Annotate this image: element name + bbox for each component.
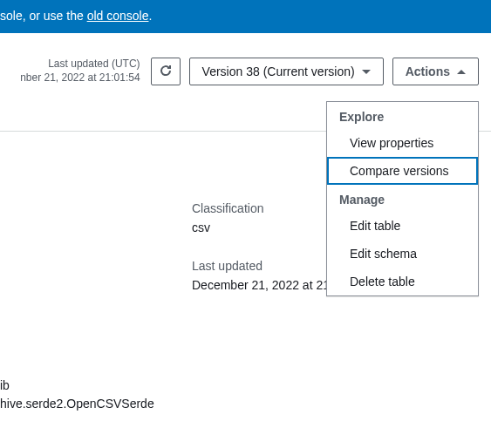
dropdown-item-edit-table[interactable]: Edit table — [327, 212, 478, 240]
actions-button-label: Actions — [406, 64, 450, 78]
notification-banner: sole, or use the old console. — [0, 0, 491, 33]
banner-text-prefix: sole, or use the — [0, 9, 87, 23]
dropdown-item-edit-schema[interactable]: Edit schema — [327, 240, 478, 268]
actions-dropdown: Explore View properties Compare versions… — [326, 101, 479, 296]
serde-line2: hive.serde2.OpenCSVSerde — [0, 395, 154, 413]
banner-text-suffix: . — [148, 9, 152, 23]
dropdown-section-explore: Explore — [327, 102, 478, 129]
serde-line1: ib — [0, 377, 154, 395]
version-select-label: Version 38 (Current version) — [202, 64, 355, 78]
caret-down-icon — [362, 70, 371, 74]
dropdown-item-view-properties[interactable]: View properties — [327, 129, 478, 157]
serde-block: ib hive.serde2.OpenCSVSerde — [0, 377, 154, 413]
dropdown-item-compare-versions[interactable]: Compare versions — [327, 157, 478, 185]
dropdown-item-delete-table[interactable]: Delete table — [327, 268, 478, 295]
refresh-button[interactable] — [151, 58, 181, 85]
refresh-icon — [159, 64, 173, 80]
version-select-button[interactable]: Version 38 (Current version) — [189, 58, 384, 85]
header-toolbar: Last updated (UTC) nber 21, 2022 at 21:0… — [0, 33, 491, 94]
last-updated-block: Last updated (UTC) nber 21, 2022 at 21:0… — [20, 58, 140, 85]
last-updated-value: nber 21, 2022 at 21:01:54 — [20, 71, 140, 85]
last-updated-label: Last updated (UTC) — [20, 58, 140, 71]
dropdown-section-manage: Manage — [327, 185, 478, 212]
old-console-link[interactable]: old console — [87, 9, 149, 23]
actions-button[interactable]: Actions — [392, 58, 479, 85]
caret-up-icon — [457, 70, 466, 74]
